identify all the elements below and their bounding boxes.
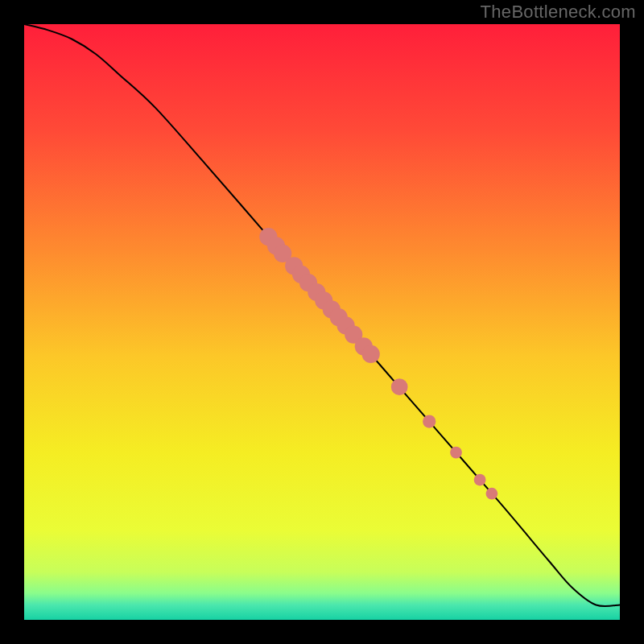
data-point (474, 474, 486, 486)
curve-line (24, 24, 620, 606)
data-point (362, 345, 380, 363)
chart-svg (24, 24, 620, 620)
data-point (391, 378, 408, 395)
data-point (423, 415, 436, 427)
chart-frame: TheBottleneck.com (0, 0, 644, 644)
data-point (486, 488, 498, 500)
watermark-text: TheBottleneck.com (481, 2, 636, 23)
plot-area (24, 24, 620, 620)
data-point (450, 447, 462, 459)
